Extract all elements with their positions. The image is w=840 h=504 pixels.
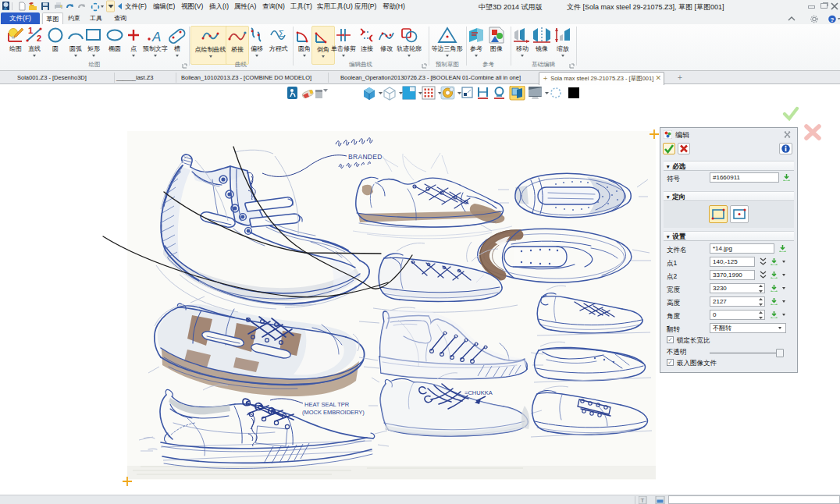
svg-text:HEAT SEAL TPR: HEAT SEAL TPR	[304, 401, 350, 408]
svg-text:(MOCK EMBROIDERY): (MOCK EMBROIDERY)	[302, 409, 365, 416]
svg-text:=CHUKKA: =CHUKKA	[464, 389, 493, 396]
svg-text:BRANDED: BRANDED	[348, 153, 383, 161]
svg-text:T: T	[641, 497, 645, 504]
